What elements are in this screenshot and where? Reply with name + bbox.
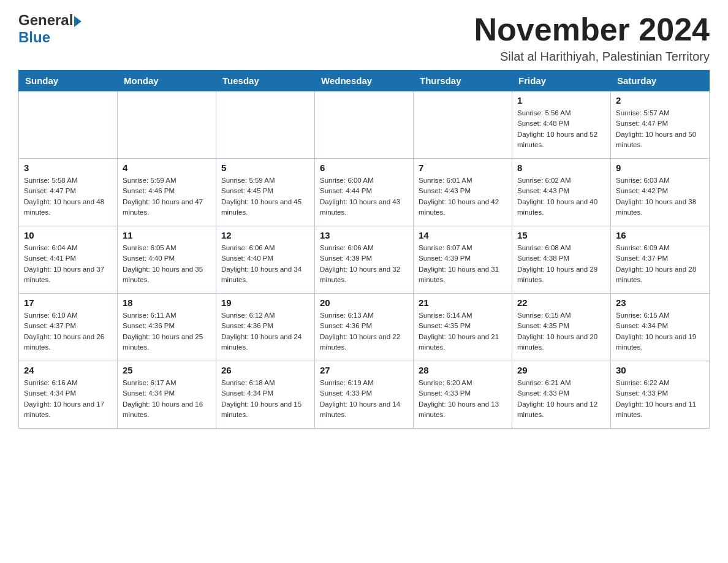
calendar-table: Sunday Monday Tuesday Wednesday Thursday… [18, 70, 710, 429]
day-number: 18 [123, 297, 211, 308]
calendar-row: 17Sunrise: 6:10 AM Sunset: 4:37 PM Dayli… [19, 294, 710, 361]
table-row: 14Sunrise: 6:07 AM Sunset: 4:39 PM Dayli… [414, 226, 512, 294]
day-number: 10 [24, 230, 112, 240]
table-row: 6Sunrise: 6:00 AM Sunset: 4:44 PM Daylig… [315, 159, 414, 226]
day-number: 9 [616, 163, 704, 173]
table-row: 20Sunrise: 6:13 AM Sunset: 4:36 PM Dayli… [315, 294, 414, 361]
table-row [19, 91, 118, 159]
table-row: 23Sunrise: 6:15 AM Sunset: 4:34 PM Dayli… [611, 294, 710, 361]
calendar-header-row: Sunday Monday Tuesday Wednesday Thursday… [19, 71, 710, 91]
day-info: Sunrise: 6:14 AM Sunset: 4:35 PM Dayligh… [419, 310, 507, 353]
location-subtitle: Silat al Harithiyah, Palestinian Territo… [474, 50, 710, 64]
day-info: Sunrise: 6:08 AM Sunset: 4:38 PM Dayligh… [517, 243, 605, 285]
day-info: Sunrise: 5:59 AM Sunset: 4:46 PM Dayligh… [123, 175, 211, 218]
day-info: Sunrise: 6:16 AM Sunset: 4:34 PM Dayligh… [24, 378, 112, 420]
table-row: 2Sunrise: 5:57 AM Sunset: 4:47 PM Daylig… [611, 91, 710, 159]
day-info: Sunrise: 6:15 AM Sunset: 4:35 PM Dayligh… [517, 310, 605, 353]
table-row [414, 91, 512, 159]
day-info: Sunrise: 6:21 AM Sunset: 4:33 PM Dayligh… [517, 378, 605, 420]
table-row: 22Sunrise: 6:15 AM Sunset: 4:35 PM Dayli… [512, 294, 611, 361]
day-info: Sunrise: 6:06 AM Sunset: 4:39 PM Dayligh… [320, 243, 408, 285]
day-info: Sunrise: 6:09 AM Sunset: 4:37 PM Dayligh… [616, 243, 704, 285]
col-monday: Monday [118, 71, 216, 91]
day-number: 3 [24, 163, 112, 173]
day-info: Sunrise: 6:04 AM Sunset: 4:41 PM Dayligh… [24, 243, 112, 285]
day-number: 19 [221, 297, 309, 308]
title-block: November 2024 Silat al Harithiyah, Pales… [474, 12, 710, 64]
page-header: General Blue November 2024 Silat al Hari… [18, 12, 710, 64]
logo: General Blue [18, 12, 82, 46]
table-row: 9Sunrise: 6:03 AM Sunset: 4:42 PM Daylig… [611, 159, 710, 226]
day-number: 1 [517, 95, 605, 105]
day-number: 29 [517, 365, 605, 375]
col-saturday: Saturday [611, 71, 710, 91]
day-info: Sunrise: 5:57 AM Sunset: 4:47 PM Dayligh… [616, 108, 704, 150]
table-row [315, 91, 414, 159]
table-row: 16Sunrise: 6:09 AM Sunset: 4:37 PM Dayli… [611, 226, 710, 294]
day-info: Sunrise: 6:18 AM Sunset: 4:34 PM Dayligh… [221, 378, 309, 420]
table-row: 27Sunrise: 6:19 AM Sunset: 4:33 PM Dayli… [315, 361, 414, 429]
day-info: Sunrise: 6:00 AM Sunset: 4:44 PM Dayligh… [320, 175, 408, 218]
table-row: 28Sunrise: 6:20 AM Sunset: 4:33 PM Dayli… [414, 361, 512, 429]
day-info: Sunrise: 6:22 AM Sunset: 4:33 PM Dayligh… [616, 378, 704, 420]
table-row: 17Sunrise: 6:10 AM Sunset: 4:37 PM Dayli… [19, 294, 118, 361]
table-row [216, 91, 315, 159]
day-number: 11 [123, 230, 211, 240]
day-number: 26 [221, 365, 309, 375]
calendar-row: 1Sunrise: 5:56 AM Sunset: 4:48 PM Daylig… [19, 91, 710, 159]
day-info: Sunrise: 6:06 AM Sunset: 4:40 PM Dayligh… [221, 243, 309, 285]
day-number: 7 [419, 163, 507, 173]
day-number: 22 [517, 297, 605, 308]
table-row: 29Sunrise: 6:21 AM Sunset: 4:33 PM Dayli… [512, 361, 611, 429]
day-info: Sunrise: 6:10 AM Sunset: 4:37 PM Dayligh… [24, 310, 112, 353]
table-row: 10Sunrise: 6:04 AM Sunset: 4:41 PM Dayli… [19, 226, 118, 294]
table-row [118, 91, 216, 159]
table-row: 19Sunrise: 6:12 AM Sunset: 4:36 PM Dayli… [216, 294, 315, 361]
table-row: 3Sunrise: 5:58 AM Sunset: 4:47 PM Daylig… [19, 159, 118, 226]
day-number: 25 [123, 365, 211, 375]
table-row: 21Sunrise: 6:14 AM Sunset: 4:35 PM Dayli… [414, 294, 512, 361]
table-row: 7Sunrise: 6:01 AM Sunset: 4:43 PM Daylig… [414, 159, 512, 226]
day-number: 24 [24, 365, 112, 375]
day-info: Sunrise: 5:58 AM Sunset: 4:47 PM Dayligh… [24, 175, 112, 218]
day-number: 16 [616, 230, 704, 240]
day-info: Sunrise: 6:11 AM Sunset: 4:36 PM Dayligh… [123, 310, 211, 353]
calendar-row: 10Sunrise: 6:04 AM Sunset: 4:41 PM Dayli… [19, 226, 710, 294]
day-info: Sunrise: 6:07 AM Sunset: 4:39 PM Dayligh… [419, 243, 507, 285]
day-info: Sunrise: 6:19 AM Sunset: 4:33 PM Dayligh… [320, 378, 408, 420]
table-row: 30Sunrise: 6:22 AM Sunset: 4:33 PM Dayli… [611, 361, 710, 429]
calendar-row: 24Sunrise: 6:16 AM Sunset: 4:34 PM Dayli… [19, 361, 710, 429]
table-row: 13Sunrise: 6:06 AM Sunset: 4:39 PM Dayli… [315, 226, 414, 294]
day-number: 6 [320, 163, 408, 173]
day-info: Sunrise: 5:56 AM Sunset: 4:48 PM Dayligh… [517, 108, 605, 150]
day-number: 14 [419, 230, 507, 240]
calendar-row: 3Sunrise: 5:58 AM Sunset: 4:47 PM Daylig… [19, 159, 710, 226]
col-wednesday: Wednesday [315, 71, 414, 91]
table-row: 25Sunrise: 6:17 AM Sunset: 4:34 PM Dayli… [118, 361, 216, 429]
table-row: 12Sunrise: 6:06 AM Sunset: 4:40 PM Dayli… [216, 226, 315, 294]
day-number: 28 [419, 365, 507, 375]
col-friday: Friday [512, 71, 611, 91]
day-info: Sunrise: 6:20 AM Sunset: 4:33 PM Dayligh… [419, 378, 507, 420]
col-sunday: Sunday [19, 71, 118, 91]
month-year-title: November 2024 [474, 12, 710, 47]
col-tuesday: Tuesday [216, 71, 315, 91]
day-number: 4 [123, 163, 211, 173]
day-info: Sunrise: 6:02 AM Sunset: 4:43 PM Dayligh… [517, 175, 605, 218]
day-number: 13 [320, 230, 408, 240]
day-number: 5 [221, 163, 309, 173]
day-number: 2 [616, 95, 704, 105]
table-row: 18Sunrise: 6:11 AM Sunset: 4:36 PM Dayli… [118, 294, 216, 361]
table-row: 5Sunrise: 5:59 AM Sunset: 4:45 PM Daylig… [216, 159, 315, 226]
day-number: 17 [24, 297, 112, 308]
table-row: 26Sunrise: 6:18 AM Sunset: 4:34 PM Dayli… [216, 361, 315, 429]
logo-blue: Blue [18, 29, 50, 45]
day-number: 20 [320, 297, 408, 308]
day-info: Sunrise: 6:13 AM Sunset: 4:36 PM Dayligh… [320, 310, 408, 353]
table-row: 1Sunrise: 5:56 AM Sunset: 4:48 PM Daylig… [512, 91, 611, 159]
day-number: 8 [517, 163, 605, 173]
day-number: 12 [221, 230, 309, 240]
table-row: 24Sunrise: 6:16 AM Sunset: 4:34 PM Dayli… [19, 361, 118, 429]
table-row: 11Sunrise: 6:05 AM Sunset: 4:40 PM Dayli… [118, 226, 216, 294]
day-info: Sunrise: 6:01 AM Sunset: 4:43 PM Dayligh… [419, 175, 507, 218]
